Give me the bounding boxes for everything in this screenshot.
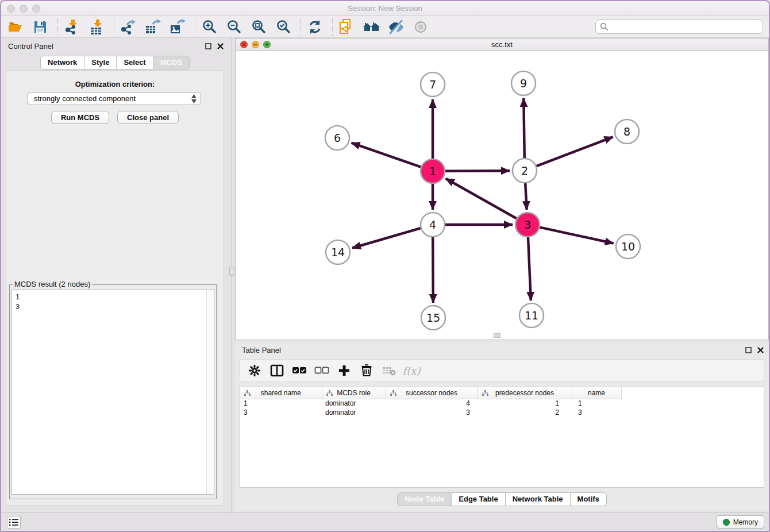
graph-node-15[interactable]: 15 bbox=[421, 306, 445, 330]
table-cell[interactable]: 3 bbox=[386, 408, 478, 417]
window-title: Session: New Session bbox=[1, 4, 769, 13]
graph-node-11[interactable]: 11 bbox=[519, 303, 544, 327]
zoom-fit-icon[interactable] bbox=[250, 18, 267, 36]
graph-node-6[interactable]: 6 bbox=[325, 126, 349, 150]
graph-edge-2-3[interactable] bbox=[525, 183, 526, 210]
table-cell[interactable]: 3 bbox=[240, 408, 322, 417]
close-panel-button[interactable]: Close panel bbox=[117, 111, 179, 124]
export-network-icon[interactable] bbox=[120, 18, 137, 36]
export-image-icon[interactable] bbox=[169, 18, 186, 36]
import-table-icon[interactable] bbox=[88, 18, 105, 36]
table-row[interactable]: 3dominator323 bbox=[240, 408, 621, 417]
graph-node-10[interactable]: 10 bbox=[616, 234, 640, 259]
close-table-panel-icon[interactable] bbox=[757, 346, 764, 354]
graph-node-1[interactable]: 1 bbox=[421, 159, 445, 183]
table-settings-icon[interactable] bbox=[247, 363, 262, 378]
zoom-selected-icon[interactable] bbox=[275, 18, 292, 36]
graph-node-7[interactable]: 7 bbox=[421, 72, 445, 97]
table-panel: Table Panel bbox=[235, 342, 769, 511]
column-type-icon bbox=[482, 390, 488, 398]
graph-node-2[interactable]: 2 bbox=[513, 159, 537, 183]
table-cell[interactable]: 2 bbox=[478, 408, 572, 417]
tab-edge-table[interactable]: Edge Table bbox=[452, 492, 505, 506]
add-column-icon[interactable] bbox=[337, 363, 352, 378]
memory-status-icon bbox=[723, 519, 730, 526]
toolbar-separator bbox=[195, 18, 195, 36]
graph-edge-2-8[interactable] bbox=[537, 137, 613, 166]
tab-mcds[interactable]: MCDS bbox=[153, 56, 190, 70]
network-window-title: scc.txt bbox=[236, 40, 768, 49]
table-row[interactable]: 1dominator411 bbox=[240, 399, 621, 408]
graph-edge-1-2[interactable] bbox=[445, 171, 510, 171]
panel-splitter-handle[interactable] bbox=[229, 267, 234, 276]
clone-network-icon[interactable] bbox=[338, 18, 355, 36]
graph-node-8[interactable]: 8 bbox=[615, 119, 639, 144]
column-header-mcds-role[interactable]: MCDS role bbox=[322, 387, 386, 399]
column-type-icon bbox=[244, 390, 251, 398]
zoom-out-icon[interactable] bbox=[225, 18, 242, 36]
table-tabs: Node Table Edge Table Network Table Moti… bbox=[235, 492, 769, 506]
table-cell[interactable]: 1 bbox=[240, 399, 322, 408]
graph-edge-4-15[interactable] bbox=[433, 237, 433, 303]
deselect-all-columns-icon[interactable] bbox=[314, 363, 329, 378]
tab-network-table[interactable]: Network Table bbox=[506, 492, 571, 506]
search-input[interactable] bbox=[611, 22, 759, 31]
mcds-result-list[interactable]: 13 bbox=[11, 290, 214, 495]
hide-network-icon[interactable] bbox=[387, 18, 405, 36]
table-cell[interactable]: dominator bbox=[322, 408, 386, 417]
import-network-icon[interactable] bbox=[63, 18, 80, 36]
birds-eye-view-icon[interactable] bbox=[412, 18, 429, 36]
optimization-criterion-value: strongly connected component bbox=[34, 94, 136, 103]
tab-motifs[interactable]: Motifs bbox=[571, 492, 607, 506]
graph-edge-3-1[interactable] bbox=[446, 179, 517, 218]
graph-node-label: 8 bbox=[623, 125, 630, 138]
graph-node-4[interactable]: 4 bbox=[421, 213, 445, 237]
zoom-in-icon[interactable] bbox=[201, 18, 218, 36]
open-session-icon[interactable] bbox=[7, 18, 24, 36]
canvas-resize-handle[interactable] bbox=[494, 333, 500, 338]
tab-node-table[interactable]: Node Table bbox=[397, 492, 452, 506]
tab-style[interactable]: Style bbox=[84, 56, 117, 70]
memory-button[interactable]: Memory bbox=[717, 515, 764, 529]
optimization-criterion-label: Optimization criterion: bbox=[6, 80, 224, 88]
column-header-predecessor-nodes[interactable]: predecessor nodes bbox=[478, 387, 572, 399]
node-table[interactable]: shared name MCDS role successor nodes bbox=[240, 387, 764, 488]
select-all-columns-icon[interactable] bbox=[292, 363, 307, 378]
save-session-icon[interactable] bbox=[32, 18, 49, 36]
column-header-shared-name[interactable]: shared name bbox=[240, 387, 322, 399]
graph-edge-4-14[interactable] bbox=[352, 228, 421, 248]
refresh-view-icon[interactable] bbox=[306, 18, 324, 36]
table-toolbar: f(x) bbox=[240, 359, 764, 382]
tab-network[interactable]: Network bbox=[40, 56, 84, 70]
tab-select[interactable]: Select bbox=[117, 56, 153, 70]
optimization-criterion-select[interactable]: strongly connected component bbox=[28, 92, 201, 105]
graph-edge-3-11[interactable] bbox=[528, 237, 531, 300]
home-layout-icon[interactable] bbox=[363, 18, 380, 36]
graph-edge-1-6[interactable] bbox=[352, 143, 421, 167]
delete-columns-icon[interactable] bbox=[359, 363, 374, 378]
graph-edge-3-10[interactable] bbox=[540, 228, 613, 244]
split-view-icon[interactable] bbox=[270, 363, 284, 378]
table-cell[interactable]: dominator bbox=[322, 399, 386, 408]
column-header-name[interactable]: name bbox=[572, 387, 621, 399]
export-table-icon[interactable] bbox=[144, 18, 161, 36]
float-panel-icon[interactable] bbox=[205, 43, 212, 50]
float-table-panel-icon[interactable] bbox=[745, 346, 752, 354]
graph-node-3[interactable]: 3 bbox=[515, 213, 540, 237]
table-cell[interactable]: 1 bbox=[478, 399, 572, 408]
graph-node-9[interactable]: 9 bbox=[511, 71, 536, 95]
table-cell[interactable]: 3 bbox=[572, 408, 621, 417]
network-canvas[interactable]: 1234678910111415 bbox=[236, 51, 768, 340]
column-header-successor-nodes[interactable]: successor nodes bbox=[386, 387, 478, 399]
mcds-result-values: 13 bbox=[12, 290, 214, 313]
close-panel-icon[interactable] bbox=[217, 43, 224, 50]
table-cell[interactable]: 4 bbox=[386, 399, 478, 408]
search-box[interactable] bbox=[595, 20, 763, 34]
graph-edge-2-9[interactable] bbox=[523, 98, 524, 158]
run-mcds-button[interactable]: Run MCDS bbox=[51, 111, 109, 124]
graph-node-14[interactable]: 14 bbox=[326, 240, 350, 264]
task-history-button[interactable] bbox=[7, 516, 21, 529]
table-cell[interactable]: 1 bbox=[572, 399, 621, 408]
control-panel-tabs: Network Style Select MCDS bbox=[1, 56, 229, 70]
result-scrollbar[interactable] bbox=[206, 290, 214, 494]
